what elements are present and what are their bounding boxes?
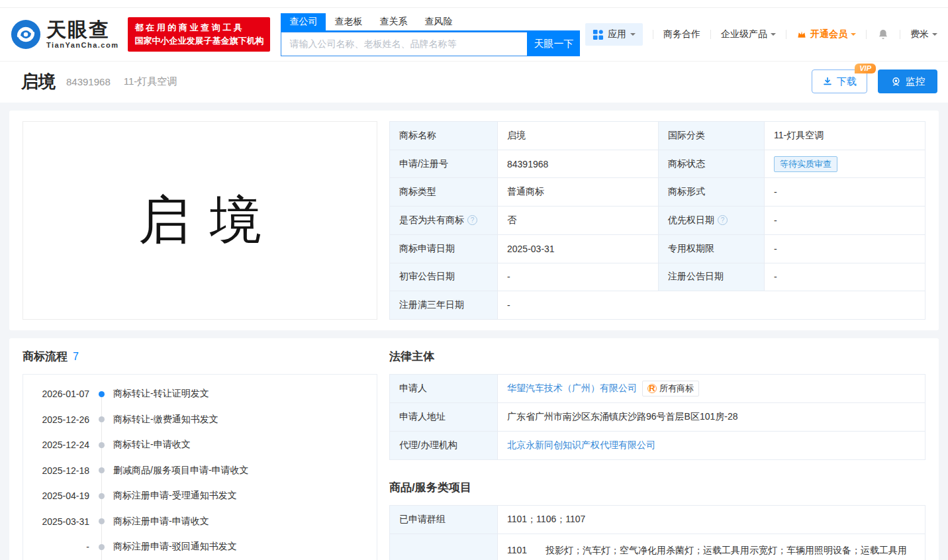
info-value: - xyxy=(765,263,925,292)
trademark-image-text: 启境 xyxy=(118,186,281,256)
monitor-label: 监控 xyxy=(906,75,925,88)
header-nav: 应用 商务合作 企业级产品 开通会员 xyxy=(585,23,937,46)
all-trademarks-badge[interactable]: R 所有商标 xyxy=(642,381,699,397)
timeline-date: 2025-12-24 xyxy=(23,440,89,450)
tab-search-boss[interactable]: 查老板 xyxy=(326,13,371,30)
trademark-overview-card: 启境 商标名称 启境 国际分类 11-灯具空调 申请/注册号 84391968 … xyxy=(9,111,939,330)
info-value: - xyxy=(765,207,925,235)
nav-user-menu[interactable]: 费米 xyxy=(910,28,937,40)
goods-group-code: 1101 xyxy=(507,541,545,559)
nav-apps[interactable]: 应用 xyxy=(585,23,643,46)
info-label: 商标形式 xyxy=(659,178,765,207)
info-label: 申请/注册号 xyxy=(390,150,498,179)
header: 天眼查 TianYanCha.com 都 在 用 的 商 业 查 询 工 具 国… xyxy=(0,8,948,62)
tianyancha-logo[interactable]: 天眼查 TianYanCha.com xyxy=(11,19,118,50)
timeline-item: 2025-04-19 商标注册申请-受理通知书发文 xyxy=(23,483,377,509)
timeline-dot xyxy=(99,467,105,473)
info-label: 商标申请日期 xyxy=(390,235,498,263)
timeline-text: 商标注册申请-申请收文 xyxy=(113,516,209,528)
logo-text-en: TianYanCha.com xyxy=(46,42,118,49)
logo-text-cn: 天眼查 xyxy=(46,20,118,40)
registration-number: 84391968 xyxy=(66,76,111,87)
timeline-dot xyxy=(99,416,105,422)
timeline-dot xyxy=(99,391,105,397)
nav-business-cooperation[interactable]: 商务合作 xyxy=(663,28,700,40)
timeline-text: 商标转让-申请收文 xyxy=(113,439,191,451)
timeline-item: 2026-01-07 商标转让-转让证明发文 xyxy=(23,381,377,407)
page-content: 启境 商标名称 启境 国际分类 11-灯具空调 申请/注册号 84391968 … xyxy=(0,103,948,560)
vip-badge: VIP xyxy=(855,64,876,73)
legal-value-applicant: 华望汽车技术（广州）有限公司 R 所有商标 xyxy=(498,375,925,403)
timeline-item: - 商标注册申请-驳回通知书发文 xyxy=(23,534,377,560)
info-value: - xyxy=(765,178,925,207)
chevron-down-icon xyxy=(771,33,776,38)
trademark-process-section: 商标流程 7 2026-01-07 商标转让-转让证明发文 2025-12-26… xyxy=(23,349,377,560)
timeline-item: 2025-12-24 商标转让-申请收文 xyxy=(23,432,377,458)
slogan-line-2: 国家中小企业发展子基金旗下机构 xyxy=(134,34,263,48)
goods-label-empty xyxy=(390,534,498,560)
crown-icon xyxy=(796,29,807,40)
info-value: 84391968 xyxy=(498,150,659,179)
top-hairline xyxy=(0,0,948,8)
title-bar: 启境 84391968 11-灯具空调 下载 VIP 监控 xyxy=(0,62,948,103)
process-count: 7 xyxy=(73,351,79,363)
all-trademarks-label: 所有商标 xyxy=(659,383,694,395)
help-question-icon[interactable]: ? xyxy=(718,215,728,225)
nav-apps-label: 应用 xyxy=(608,28,626,40)
divider xyxy=(866,30,867,39)
legal-label: 申请人 xyxy=(390,375,498,403)
info-label: 初审公告日期 xyxy=(390,263,498,292)
info-label: 专用权期限 xyxy=(659,235,765,263)
tab-search-risk[interactable]: 查风险 xyxy=(416,13,461,30)
info-value-status: 等待实质审查 xyxy=(765,150,925,179)
search-input[interactable] xyxy=(281,32,527,56)
info-label-priority-date: 优先权日期 ? xyxy=(659,207,765,235)
tab-search-company[interactable]: 查公司 xyxy=(281,13,326,30)
legal-entity-table: 申请人 华望汽车技术（广州）有限公司 R 所有商标 申请人地址 广东省广州市南沙… xyxy=(389,374,925,460)
legal-section-title: 法律主体 xyxy=(389,349,434,364)
timeline-item: 2025-03-31 商标注册申请-申请收文 xyxy=(23,509,377,535)
nav-enterprise-products[interactable]: 企业级产品 xyxy=(721,28,776,40)
info-label: 注册满三年日期 xyxy=(390,291,498,320)
monitor-button[interactable]: 监控 xyxy=(878,70,937,93)
timeline-text: 删减商品/服务项目申请-申请收文 xyxy=(113,465,249,477)
goods-services-table: 已申请群组 1101；1106；1107 1101 投影灯；汽车灯；空气净化用杀… xyxy=(389,505,925,560)
goods-detail-row: 1101 投影灯；汽车灯；空气净化用杀菌灯；运载工具用示宽灯；车辆用照明设备；运… xyxy=(498,534,925,560)
search-tabs: 查公司 查老板 查关系 查风险 xyxy=(281,13,580,32)
chevron-down-icon xyxy=(932,33,937,38)
nav-vip-label: 开通会员 xyxy=(810,28,847,40)
legal-value-address: 广东省广州市南沙区东涌镇庆沙路96号首层B区101房-28 xyxy=(498,403,925,432)
nav-open-vip[interactable]: 开通会员 xyxy=(796,28,856,40)
divider xyxy=(786,30,786,39)
process-timeline: 2026-01-07 商标转让-转让证明发文 2025-12-26 商标转让-缴… xyxy=(23,374,377,560)
chevron-down-icon xyxy=(851,33,856,38)
tab-search-relation[interactable]: 查关系 xyxy=(371,13,416,30)
notification-bell-icon[interactable] xyxy=(877,28,890,41)
timeline-text: 商标转让-缴费通知书发文 xyxy=(113,414,218,426)
chevron-down-icon xyxy=(630,33,636,38)
goods-applied-groups: 1101；1106；1107 xyxy=(498,506,925,534)
process-section-title: 商标流程 xyxy=(23,349,68,364)
help-question-icon[interactable]: ? xyxy=(467,215,477,225)
monitor-camera-icon xyxy=(890,76,902,87)
timeline-date: - xyxy=(23,541,89,552)
download-icon xyxy=(822,76,833,87)
goods-section-title: 商品/服务类项目 xyxy=(389,480,471,495)
info-label: 注册公告日期 xyxy=(659,263,765,292)
brand-slogan-badge: 都 在 用 的 商 业 查 询 工 具 国家中小企业发展子基金旗下机构 xyxy=(128,17,270,52)
applicant-company-link[interactable]: 华望汽车技术（广州）有限公司 xyxy=(507,383,637,395)
trademark-category: 11-灯具空调 xyxy=(124,75,177,88)
timeline-item: 2025-12-18 删减商品/服务项目申请-申请收文 xyxy=(23,458,377,484)
timeline-dot xyxy=(99,544,105,550)
status-badge[interactable]: 等待实质审查 xyxy=(774,156,837,172)
goods-label: 已申请群组 xyxy=(390,506,498,534)
username: 费米 xyxy=(910,28,929,40)
legal-label: 申请人地址 xyxy=(390,403,498,432)
download-button[interactable]: 下载 VIP xyxy=(812,70,867,93)
info-value: 2025-03-31 xyxy=(498,235,659,263)
timeline-date: 2025-03-31 xyxy=(23,516,89,527)
legal-entity-section: 法律主体 申请人 华望汽车技术（广州）有限公司 R 所有商标 申请人地址 广东省… xyxy=(389,349,925,560)
agent-company-link[interactable]: 北京永新同创知识产权代理有限公司 xyxy=(507,440,655,451)
search-button[interactable]: 天眼一下 xyxy=(527,32,580,56)
timeline-dot xyxy=(99,518,105,524)
